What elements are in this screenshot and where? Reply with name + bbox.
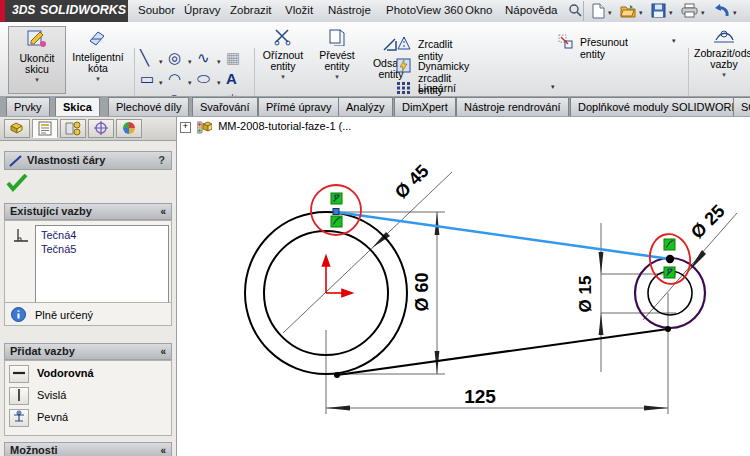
menu-napoveda[interactable]: Nápověda <box>505 4 557 16</box>
text-icon[interactable]: A <box>226 69 237 88</box>
fix-relation-icon <box>9 409 29 427</box>
open-folder-dropdown[interactable]: ▾ <box>639 9 643 17</box>
tab-prime-upravy[interactable]: Přímé úpravy <box>258 97 339 116</box>
panel-help-button[interactable]: ? <box>158 152 165 169</box>
options-title: Možnosti <box>10 444 58 456</box>
configuration-manager-tab[interactable] <box>60 119 86 138</box>
print-dropdown[interactable]: ▾ <box>701 9 705 17</box>
new-document-dropdown[interactable]: ▾ <box>608 9 612 17</box>
existing-relations-header[interactable]: Existující vazby « <box>4 203 172 220</box>
tab-analyzy[interactable]: Analýzy <box>338 97 393 116</box>
add-relation-vertical-label: Svislá <box>37 389 66 401</box>
display-manager-tab[interactable] <box>88 119 114 138</box>
menu-upravy[interactable]: Úpravy <box>184 4 220 16</box>
exit-sketch-button[interactable]: Ukončit skicu ▾ <box>8 26 66 94</box>
selected-line-start-point[interactable] <box>333 209 339 215</box>
add-relations-header[interactable]: Přidat vazby « <box>4 343 172 360</box>
circle-dropdown[interactable]: ▾ <box>188 52 192 71</box>
list-item[interactable]: Tečná4 <box>41 229 76 241</box>
list-item[interactable]: Tečná5 <box>41 243 76 255</box>
dimension-diameter-15[interactable]: Ø 15 <box>576 276 595 313</box>
trim-entities-button[interactable]: Oříznout entity ▾ <box>258 26 308 92</box>
info-icon <box>11 307 26 322</box>
display-delete-relations-label: Zobrazit/odstranit vazby <box>694 48 750 70</box>
logo-red-stripe <box>0 0 5 22</box>
arc-icon[interactable]: ◠ <box>168 69 181 88</box>
green-check-icon <box>6 174 28 192</box>
trim-icon <box>273 28 293 46</box>
undo-dropdown[interactable]: ▾ <box>733 9 737 17</box>
linear-pattern-dropdown[interactable]: ▾ <box>551 83 555 91</box>
tab-plechove-dily[interactable]: Plechové díly <box>108 97 189 116</box>
menu-soubor[interactable]: Soubor <box>138 4 175 16</box>
undo-icon[interactable] <box>713 3 730 21</box>
lower-right-endpoint[interactable] <box>665 326 671 332</box>
menu-vlozit[interactable]: Vložit <box>285 4 313 16</box>
graphics-area[interactable]: Ø 60 Ø 45 Ø 25 Ø 15 125 <box>177 117 750 456</box>
smart-dimension-dropdown[interactable]: ▾ <box>68 75 128 83</box>
save-dropdown[interactable]: ▾ <box>669 9 673 17</box>
sketch-pattern-icon[interactable]: ▦ <box>226 48 240 67</box>
menu-okno[interactable]: Okno <box>465 4 493 16</box>
exit-sketch-dropdown[interactable]: ▾ <box>9 76 65 84</box>
spline-icon[interactable]: ∿ <box>197 48 210 67</box>
title-bar: 3DS SOLIDWORKS Soubor Úpravy Zobrazit Vl… <box>0 0 750 23</box>
confirm-ok-button[interactable] <box>6 174 28 194</box>
color-wheel-icon <box>121 121 138 136</box>
options-chevron[interactable]: « <box>160 443 166 456</box>
tab-skica[interactable]: Skica <box>55 97 100 116</box>
lower-left-endpoint[interactable] <box>334 372 340 378</box>
add-relations-chevron[interactable]: « <box>160 344 166 359</box>
rectangle-icon[interactable]: ▭ <box>140 69 154 88</box>
smart-dimension-button[interactable]: Inteligentní kóta ▾ <box>68 26 128 92</box>
feature-tree-document-label: MM-2008-tutorial-faze-1 (... <box>218 120 351 132</box>
convert-entities-button[interactable]: Převést entity ▾ <box>312 26 362 92</box>
appearances-tab[interactable] <box>116 119 142 138</box>
tab-dimxpert[interactable]: DimXpert <box>394 97 456 116</box>
tab-prvky[interactable]: Prvky <box>6 97 50 116</box>
dimension-diameter-25[interactable]: Ø 25 <box>687 201 729 243</box>
logo-text: SOLIDWORKS <box>40 3 126 17</box>
expand-tree-icon[interactable]: + <box>180 122 191 133</box>
rectangle-dropdown[interactable]: ▾ <box>159 73 163 92</box>
menu-photoview360[interactable]: PhotoView 360 <box>386 4 463 16</box>
lower-tangent-line[interactable] <box>337 329 668 375</box>
search-icon[interactable] <box>568 3 583 20</box>
smart-dimension-label: Inteligentní kóta <box>68 52 128 74</box>
arc-dropdown[interactable]: ▾ <box>188 73 192 92</box>
menu-zobrazit[interactable]: Zobrazit <box>230 4 272 16</box>
tab-doplnkove-moduly[interactable]: Doplňkové moduly SOLIDWORKS <box>570 97 750 116</box>
new-document-icon[interactable] <box>591 3 606 21</box>
open-folder-icon[interactable] <box>620 3 636 21</box>
circle-icon[interactable]: ◎ <box>168 48 181 67</box>
move-entities-dropdown[interactable]: ▾ <box>672 37 676 45</box>
sketch-canvas[interactable]: Ø 60 Ø 45 Ø 25 Ø 15 125 <box>177 117 750 456</box>
tab-so[interactable]: SO <box>733 97 750 116</box>
trim-entities-dropdown[interactable]: ▾ <box>258 73 308 81</box>
property-manager-tab[interactable] <box>32 119 58 138</box>
save-icon[interactable] <box>651 3 666 20</box>
feature-tree-flyout[interactable]: + MM-2008-tutorial-faze-1 (... <box>180 120 351 134</box>
line-icon[interactable]: ╲ <box>140 48 149 67</box>
feature-manager-tab[interactable] <box>4 119 30 138</box>
trim-entities-label: Oříznout entity <box>258 50 308 72</box>
smart-dimension-icon <box>87 28 109 48</box>
display-delete-relations-button[interactable]: Zobrazit/odstranit vazby ▾ <box>694 28 750 94</box>
line-dropdown[interactable]: ▾ <box>159 52 163 71</box>
existing-relations-list[interactable]: Tečná4 Tečná5 <box>35 225 169 313</box>
ellipse-dropdown[interactable]: ▾ <box>217 73 221 92</box>
spline-dropdown[interactable]: ▾ <box>217 52 221 71</box>
dimension-diameter-60[interactable]: Ø 60 <box>412 272 432 311</box>
convert-entities-dropdown[interactable]: ▾ <box>312 73 362 81</box>
tab-svarovani[interactable]: Svařování <box>192 97 258 116</box>
options-header[interactable]: Možnosti « <box>4 442 172 456</box>
print-icon[interactable] <box>681 3 698 20</box>
existing-relations-chevron[interactable]: « <box>160 204 166 219</box>
tab-nastroje-rendrovani[interactable]: Nástroje rendrování <box>456 97 569 116</box>
dimension-distance-125[interactable]: 125 <box>464 386 496 407</box>
display-delete-relations-dropdown[interactable]: ▾ <box>694 71 750 79</box>
selected-line-end-point[interactable] <box>666 255 674 263</box>
line-properties-icon <box>9 155 23 167</box>
menu-nastroje[interactable]: Nástroje <box>328 4 371 16</box>
ellipse-icon[interactable]: ⬭ <box>197 69 210 88</box>
